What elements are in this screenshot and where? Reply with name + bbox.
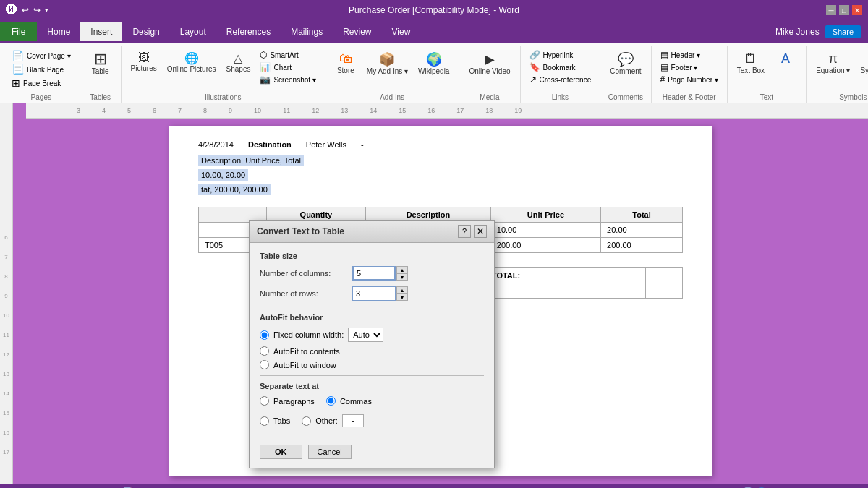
ribbon-group-tables: ⊞ Table Tables bbox=[80, 46, 122, 103]
tab-view[interactable]: View bbox=[382, 22, 421, 41]
online-pictures-button[interactable]: 🌐 Online Pictures bbox=[163, 49, 220, 75]
pages-buttons: 📄 Cover Page ▾ 📃 Blank Page ⊞ Page Break bbox=[9, 49, 74, 92]
cross-reference-icon: ↗ bbox=[529, 74, 537, 85]
status-bar: Page 1 of 1 16 of 60 words 📝 English (Un… bbox=[0, 484, 868, 488]
spinner-up[interactable]: ▲ bbox=[396, 266, 408, 273]
ok-button[interactable]: OK bbox=[260, 445, 302, 459]
tab-review[interactable]: Review bbox=[333, 22, 381, 41]
my-addins-button[interactable]: 📦 My Add-ins ▾ bbox=[363, 49, 412, 77]
autofit-window-radio[interactable] bbox=[260, 360, 269, 369]
shapes-button[interactable]: △ Shapes bbox=[223, 49, 255, 75]
equation-button[interactable]: π Equation ▾ bbox=[812, 49, 854, 77]
page-number-icon: # bbox=[660, 74, 665, 85]
header-button[interactable]: ▤ Header ▾ bbox=[658, 49, 721, 61]
illustrations-buttons: 🖼 Pictures 🌐 Online Pictures △ Shapes ⬡ … bbox=[127, 49, 319, 92]
commas-radio[interactable] bbox=[326, 396, 336, 406]
restore-button[interactable]: □ bbox=[839, 5, 849, 15]
table-icon: ⊞ bbox=[94, 51, 107, 67]
dialog-footer: OK Cancel bbox=[250, 440, 494, 468]
ruler-vertical: 67891011121314151617 bbox=[0, 119, 13, 484]
spinner-down[interactable]: ▼ bbox=[396, 273, 408, 281]
num-rows-input[interactable] bbox=[352, 286, 396, 301]
tab-file[interactable]: File bbox=[0, 22, 37, 41]
highlighted-text-2: 10.00, 20.00 bbox=[198, 169, 248, 181]
bookmark-button[interactable]: 🔖 Bookmark bbox=[527, 61, 595, 73]
dialog-close-button[interactable]: ✕ bbox=[474, 225, 487, 238]
close-button[interactable]: ✕ bbox=[852, 5, 862, 15]
cross-reference-button[interactable]: ↗ Cross-reference bbox=[527, 74, 595, 85]
addins-label: Add-ins bbox=[380, 92, 404, 101]
other-input[interactable] bbox=[342, 414, 364, 427]
tab-references[interactable]: References bbox=[216, 22, 281, 41]
window-controls: ─ □ ✕ bbox=[826, 5, 862, 15]
paragraphs-label: Paragraphs bbox=[273, 397, 315, 406]
cover-page-button[interactable]: 📄 Cover Page ▾ bbox=[9, 49, 74, 62]
fixed-column-radio[interactable] bbox=[260, 330, 269, 340]
table-button[interactable]: ⊞ Table bbox=[86, 49, 115, 77]
online-video-button[interactable]: ▶ Online Video bbox=[465, 49, 514, 77]
ribbon-group-comments: 💬 Comment Comments bbox=[600, 46, 651, 103]
tab-design[interactable]: Design bbox=[122, 22, 169, 41]
text-box-icon: 🗒 bbox=[744, 51, 757, 67]
ribbon-group-addins: 🛍 Store 📦 My Add-ins ▾ 🌍 Wikipedia Add-i… bbox=[326, 46, 460, 103]
undo-button[interactable]: ↩ bbox=[22, 5, 29, 15]
tables-label: Tables bbox=[90, 92, 111, 101]
screenshot-button[interactable]: 📷 Screenshot ▾ bbox=[257, 74, 318, 85]
other-label: Other: bbox=[315, 416, 338, 425]
document-area: 4/28/2014 Destination Peter Wells - Desc… bbox=[13, 119, 868, 484]
other-radio[interactable] bbox=[302, 416, 311, 426]
convert-text-dialog: Convert Text to Table ? ✕ Table size Num… bbox=[249, 220, 495, 468]
comment-button[interactable]: 💬 Comment bbox=[606, 49, 644, 77]
tab-layout[interactable]: Layout bbox=[170, 22, 216, 41]
blank-page-button[interactable]: 📃 Blank Page bbox=[9, 63, 74, 76]
wordart-icon: A bbox=[781, 51, 790, 67]
commas-label: Commas bbox=[340, 397, 372, 406]
fixed-column-select[interactable]: Auto bbox=[348, 328, 383, 342]
smartart-button[interactable]: ⬡ SmartArt bbox=[257, 49, 318, 61]
header-footer-buttons: ▤ Header ▾ ▤ Footer ▾ # Page Number ▾ bbox=[658, 49, 721, 92]
col-header-4: Total bbox=[601, 207, 683, 223]
wikipedia-button[interactable]: 🌍 Wikipedia bbox=[414, 49, 453, 77]
title-bar: 🅦 ↩ ↪ ▾ Purchase Order [Compatibility Mo… bbox=[0, 0, 868, 20]
minimize-button[interactable]: ─ bbox=[826, 5, 836, 15]
customize-qa-button[interactable]: ▾ bbox=[45, 7, 48, 14]
highlighted-content-3: tat, 200.00, 200.00 bbox=[201, 185, 268, 194]
page-number-button[interactable]: # Page Number ▾ bbox=[658, 74, 721, 85]
symbol-button[interactable]: Ω Symbol ▾ bbox=[856, 49, 868, 77]
autofit-contents-row: AutoFit to contents bbox=[260, 346, 484, 356]
chart-button[interactable]: 📊 Chart bbox=[257, 61, 318, 73]
header-footer-label: Header & Footer bbox=[663, 92, 716, 101]
tab-insert[interactable]: Insert bbox=[80, 22, 122, 41]
rows-spinner-down[interactable]: ▼ bbox=[396, 294, 408, 301]
autofit-window-row: AutoFit to window bbox=[260, 360, 484, 369]
doc-person: Peter Wells bbox=[306, 140, 346, 149]
num-columns-input[interactable] bbox=[352, 266, 396, 281]
page-break-button[interactable]: ⊞ Page Break bbox=[9, 77, 74, 90]
hyperlink-button[interactable]: 🔗 Hyperlink bbox=[527, 49, 595, 61]
subtotal-table: SUB-TOTAL: TAX bbox=[466, 267, 683, 299]
footer-button[interactable]: ▤ Footer ▾ bbox=[658, 61, 721, 73]
separate-text-bottom-row: Tabs Other: bbox=[260, 414, 484, 432]
tabs-radio[interactable] bbox=[260, 416, 269, 426]
symbols-label: Symbols bbox=[839, 92, 867, 101]
rows-spinner-up[interactable]: ▲ bbox=[396, 286, 408, 294]
wordart-button[interactable]: A bbox=[771, 49, 800, 69]
redo-button[interactable]: ↪ bbox=[33, 5, 41, 15]
store-button[interactable]: 🛍 Store bbox=[331, 49, 360, 77]
paragraphs-radio[interactable] bbox=[260, 396, 269, 406]
pages-label: Pages bbox=[31, 92, 51, 101]
num-columns-row: Number of columns: ▲ ▼ bbox=[260, 266, 484, 281]
dialog-titlebar: Convert Text to Table ? ✕ bbox=[250, 221, 494, 243]
text-box-button[interactable]: 🗒 Text Box bbox=[733, 49, 768, 77]
paragraphs-row: Paragraphs bbox=[260, 396, 315, 406]
dialog-help-button[interactable]: ? bbox=[458, 225, 471, 238]
tab-home[interactable]: Home bbox=[37, 22, 80, 41]
cancel-button[interactable]: Cancel bbox=[308, 445, 352, 459]
store-icon: 🛍 bbox=[339, 51, 352, 67]
app-body: 67891011121314151617 4/28/2014 Destinati… bbox=[0, 119, 868, 484]
tab-mailings[interactable]: Mailings bbox=[281, 22, 333, 41]
autofit-contents-radio[interactable] bbox=[260, 346, 269, 356]
share-button[interactable]: Share bbox=[825, 25, 861, 38]
ribbon-group-media: ▶ Online Video Media bbox=[459, 46, 520, 103]
pictures-button[interactable]: 🖼 Pictures bbox=[127, 49, 161, 74]
